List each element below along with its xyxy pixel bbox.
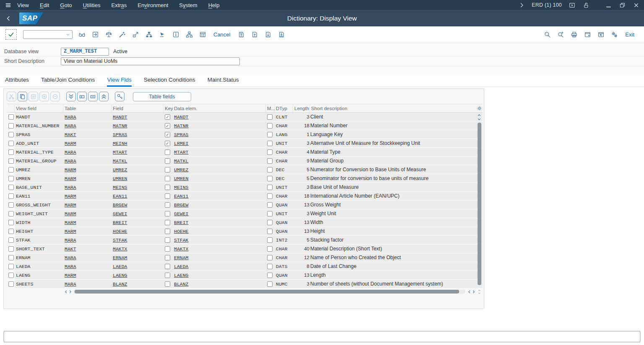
magic-wand-icon[interactable]: [115, 31, 129, 38]
field-link[interactable]: MANDT: [113, 114, 127, 120]
data-element-link[interactable]: LAEDA: [174, 264, 189, 269]
field-link[interactable]: UMREN: [113, 176, 127, 181]
horizontal-scrollbar[interactable]: [7, 289, 483, 294]
row-select-checkbox[interactable]: [8, 273, 14, 278]
table-link[interactable]: MARA: [65, 255, 76, 260]
chevrons-up-icon[interactable]: [99, 92, 109, 101]
field-link[interactable]: MEINS: [113, 185, 127, 190]
hierarchy-icon[interactable]: [142, 31, 156, 38]
table-link[interactable]: MARA: [65, 123, 76, 129]
tab-view-flds[interactable]: View Flds: [107, 77, 131, 87]
minimize-icon[interactable]: [605, 2, 612, 8]
menu-extras[interactable]: Extras: [106, 2, 132, 8]
table-link[interactable]: MARA: [65, 114, 76, 120]
data-element-link[interactable]: SPRAS: [174, 132, 189, 137]
row-select-checkbox[interactable]: [8, 229, 14, 234]
tab-maint-status[interactable]: Maint.Status: [208, 77, 239, 87]
row-select-checkbox[interactable]: [8, 246, 14, 252]
row-select-checkbox[interactable]: [8, 114, 14, 120]
data-element-link[interactable]: MANDT: [174, 114, 189, 120]
field-link[interactable]: MAKTX: [113, 246, 127, 252]
exit-button[interactable]: Exit: [621, 31, 639, 38]
tab-attributes[interactable]: Attributes: [5, 77, 29, 87]
print-icon[interactable]: [567, 31, 581, 38]
vertical-scroll-thumb[interactable]: [478, 123, 481, 285]
data-element-link[interactable]: BRGEW: [174, 202, 189, 208]
menu-view[interactable]: View: [12, 2, 34, 8]
table-link[interactable]: MARA: [65, 149, 76, 155]
tab-table-join-conditions[interactable]: Table/Join Conditions: [41, 77, 95, 87]
row-select-checkbox[interactable]: [8, 176, 14, 181]
row-select-checkbox[interactable]: [8, 158, 14, 164]
field-link[interactable]: BREIT: [113, 220, 127, 225]
menu-utilities[interactable]: Utilities: [78, 2, 106, 8]
field-link[interactable]: ERNAM: [113, 255, 127, 260]
field-link[interactable]: MEINH: [113, 141, 127, 146]
row-select-checkbox[interactable]: [8, 149, 14, 155]
search-plus-icon[interactable]: [554, 31, 567, 38]
copy-icon[interactable]: [18, 92, 27, 101]
table-link[interactable]: MARM: [65, 176, 76, 181]
hamburger-icon[interactable]: [4, 2, 12, 8]
search-icon[interactable]: [540, 31, 554, 38]
info-icon[interactable]: [169, 31, 182, 38]
table-link[interactable]: MARA: [65, 158, 76, 164]
insert-line-icon[interactable]: [77, 92, 87, 101]
field-link[interactable]: LAEDA: [113, 264, 127, 269]
scroll-right-icon[interactable]: [471, 290, 476, 294]
enter-button[interactable]: [5, 29, 17, 40]
row-select-checkbox[interactable]: [8, 185, 14, 190]
scales-icon[interactable]: [102, 31, 115, 38]
row-select-checkbox[interactable]: [8, 211, 14, 216]
close-icon[interactable]: [632, 2, 640, 8]
row-select-checkbox[interactable]: [8, 132, 14, 137]
row-select-checkbox[interactable]: [8, 167, 14, 172]
database-view-field[interactable]: Z_MARM_TEST: [61, 48, 109, 56]
data-element-link[interactable]: MATNR: [174, 123, 189, 129]
field-link[interactable]: STFAK: [113, 237, 127, 243]
data-element-link[interactable]: MEINS: [174, 185, 189, 190]
scroll-up-icon[interactable]: [477, 113, 481, 117]
cancel-button[interactable]: Cancel: [209, 31, 234, 38]
table-link[interactable]: MARM: [65, 193, 76, 199]
row-select-checkbox[interactable]: [8, 193, 14, 199]
data-element-link[interactable]: MAKTX: [174, 246, 189, 252]
table-link[interactable]: MARM: [65, 220, 76, 225]
scroll-left-icon[interactable]: [63, 290, 68, 294]
row-select-checkbox[interactable]: [8, 141, 14, 146]
chevrons-down-icon[interactable]: [66, 92, 76, 101]
table-link[interactable]: MARA: [65, 281, 76, 287]
menu-help[interactable]: Help: [203, 2, 225, 8]
table-link[interactable]: MARM: [65, 211, 76, 216]
horizontal-scroll-thumb[interactable]: [75, 290, 459, 294]
row-select-checkbox[interactable]: [8, 281, 14, 287]
table-link[interactable]: MAKT: [65, 132, 76, 137]
scroll-right-icon[interactable]: [68, 290, 73, 294]
table-fields-button[interactable]: Table fields: [133, 92, 191, 101]
field-link[interactable]: MTART: [113, 149, 127, 155]
restore-icon[interactable]: [618, 2, 626, 8]
tab-selection-conditions[interactable]: Selection Conditions: [144, 77, 195, 87]
command-field[interactable]: [23, 30, 73, 39]
row-select-checkbox[interactable]: [8, 237, 14, 243]
field-link[interactable]: SPRAS: [113, 132, 127, 137]
row-select-checkbox[interactable]: [8, 255, 14, 260]
key-icon[interactable]: [115, 92, 125, 101]
menu-edit[interactable]: Edit: [34, 2, 55, 8]
delete-line-icon[interactable]: [88, 92, 98, 101]
page-down-icon[interactable]: [261, 31, 275, 38]
data-element-link[interactable]: MATKL: [174, 158, 189, 164]
table-link[interactable]: MAKT: [65, 246, 76, 252]
scroll-left-icon[interactable]: [467, 290, 471, 294]
field-link[interactable]: GEWEI: [113, 211, 127, 216]
data-element-link[interactable]: BREIT: [174, 220, 189, 225]
new-session-icon[interactable]: [581, 31, 594, 38]
data-element-link[interactable]: BLANZ: [174, 281, 189, 287]
field-link[interactable]: EAN11: [113, 193, 127, 199]
resize-icon[interactable]: [129, 31, 142, 38]
table-link[interactable]: MARA: [65, 237, 76, 243]
horizontal-scroll-track[interactable]: [73, 290, 465, 294]
first-page-icon[interactable]: [234, 31, 248, 38]
table-link[interactable]: MARM: [65, 141, 76, 146]
unlock-icon[interactable]: [582, 2, 589, 8]
